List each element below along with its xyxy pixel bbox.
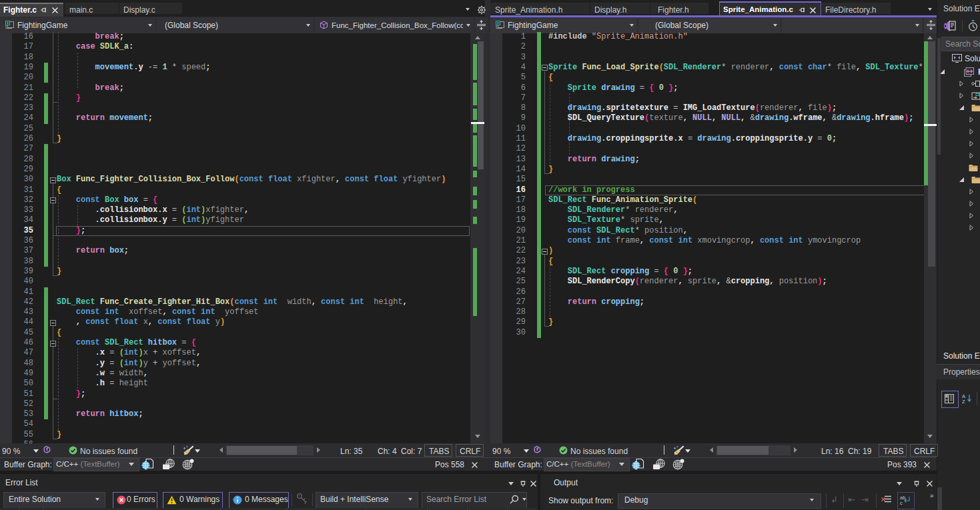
svg-text:c: c (900, 500, 903, 505)
svg-text:Z: Z (962, 399, 965, 403)
